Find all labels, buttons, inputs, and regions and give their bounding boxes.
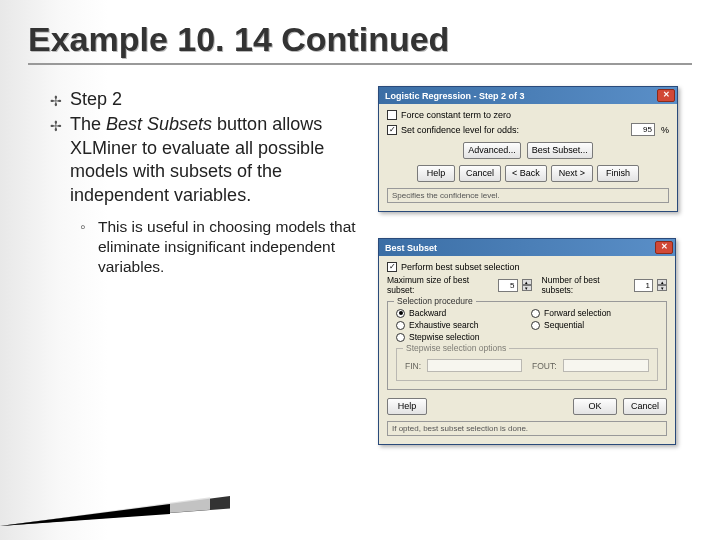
best-subset-button[interactable]: Best Subset... (527, 142, 593, 159)
spinner-icon[interactable]: ▴▾ (657, 279, 667, 291)
radio-icon[interactable] (396, 333, 405, 342)
num-best-label: Number of best subsets: (542, 275, 630, 295)
bullet-1-text: Step 2 (70, 88, 122, 111)
bullet-2-text: The Best Subsets button allows XLMiner t… (70, 113, 360, 207)
radio-icon[interactable] (396, 309, 405, 318)
dialog-title: Logistic Regression - Step 2 of 3 (385, 91, 525, 101)
help-button[interactable]: Help (387, 398, 427, 415)
cancel-button[interactable]: Cancel (459, 165, 501, 182)
button-row-options: Advanced... Best Subset... (387, 142, 669, 159)
sub-bullet-mark-icon: ◦ (80, 217, 98, 277)
radio-sequential[interactable]: Sequential (531, 320, 658, 330)
help-button[interactable]: Help (417, 165, 455, 182)
percent-label: % (661, 125, 669, 135)
radio-label: Stepwise selection (409, 332, 479, 342)
slide-title: Example 10. 14 Continued (0, 0, 720, 59)
dialog-body: Perform best subset selection Maximum si… (379, 256, 675, 444)
finish-button[interactable]: Finish (597, 165, 639, 182)
radio-label: Forward selection (544, 308, 611, 318)
next-button[interactable]: Next > (551, 165, 593, 182)
dialog-best-subset: Best Subset ✕ Perform best subset select… (378, 238, 676, 445)
stepwise-options-group: Stepwise selection options FIN: FOUT: (396, 348, 658, 381)
dialog-title: Best Subset (385, 243, 437, 253)
dialog-body: Force constant term to zero Set confiden… (379, 104, 677, 211)
fout-input[interactable] (563, 359, 649, 372)
text-fragment: The (70, 114, 106, 134)
subset-size-row: Maximum size of best subset: 5 ▴▾ Number… (387, 275, 667, 295)
checkbox-confidence-level[interactable]: Set confidence level for odds: 95 % (387, 123, 669, 136)
selection-procedure-group: Selection procedure Backward Forward sel… (387, 301, 667, 390)
bullet-2: ✢ The Best Subsets button allows XLMiner… (50, 113, 360, 207)
dialog-titlebar[interactable]: Best Subset ✕ (379, 239, 675, 256)
radio-label: Exhaustive search (409, 320, 478, 330)
radio-label: Backward (409, 308, 446, 318)
sub-bullet-1: ◦ This is useful in choosing models that… (80, 217, 360, 277)
cancel-button[interactable]: Cancel (623, 398, 667, 415)
back-button[interactable]: < Back (505, 165, 547, 182)
fin-label: FIN: (405, 361, 421, 371)
spinner-icon[interactable]: ▴▾ (522, 279, 532, 291)
fout-label: FOUT: (532, 361, 557, 371)
group-legend: Selection procedure (394, 296, 476, 306)
radio-forward[interactable]: Forward selection (531, 308, 658, 318)
sub-bullet-1-text: This is useful in choosing models that e… (98, 217, 360, 277)
button-row-nav: Help Cancel < Back Next > Finish (387, 165, 669, 182)
radio-stepwise[interactable]: Stepwise selection (396, 332, 523, 342)
radio-icon[interactable] (396, 321, 405, 330)
advanced-button[interactable]: Advanced... (463, 142, 521, 159)
num-best-input[interactable]: 1 (634, 279, 653, 292)
dialog-logistic-regression: Logistic Regression - Step 2 of 3 ✕ Forc… (378, 86, 678, 212)
radio-backward[interactable]: Backward (396, 308, 523, 318)
radio-exhaustive[interactable]: Exhaustive search (396, 320, 523, 330)
checkbox-label: Force constant term to zero (401, 110, 511, 120)
close-icon[interactable]: ✕ (655, 241, 673, 254)
checkbox-label: Perform best subset selection (401, 262, 520, 272)
fin-input[interactable] (427, 359, 522, 372)
bullet-mark-icon: ✢ (50, 113, 70, 207)
checkbox-perform-best-subset[interactable]: Perform best subset selection (387, 262, 667, 272)
checkbox-force-constant[interactable]: Force constant term to zero (387, 110, 669, 120)
radio-label: Sequential (544, 320, 584, 330)
checkbox-label: Set confidence level for odds: (401, 125, 519, 135)
slide: Example 10. 14 Continued ✢ Step 2 ✢ The … (0, 0, 720, 540)
decorative-wedge (0, 456, 230, 526)
radio-icon[interactable] (531, 309, 540, 318)
confidence-input[interactable]: 95 (631, 123, 655, 136)
max-size-label: Maximum size of best subset: (387, 275, 494, 295)
checkbox-icon[interactable] (387, 125, 397, 135)
max-size-input[interactable]: 5 (498, 279, 517, 292)
checkbox-icon[interactable] (387, 262, 397, 272)
slide-body: ✢ Step 2 ✢ The Best Subsets button allow… (50, 88, 360, 277)
group-legend: Stepwise selection options (403, 343, 509, 353)
status-text: If opted, best subset selection is done. (387, 421, 667, 436)
text-emphasis: Best Subsets (106, 114, 212, 134)
radio-icon[interactable] (531, 321, 540, 330)
checkbox-icon[interactable] (387, 110, 397, 120)
title-underline (28, 63, 692, 65)
dialog-button-row: Help OK Cancel (387, 398, 667, 415)
status-text: Specifies the confidence level. (387, 188, 669, 203)
dialog-titlebar[interactable]: Logistic Regression - Step 2 of 3 ✕ (379, 87, 677, 104)
bullet-1: ✢ Step 2 (50, 88, 360, 111)
ok-button[interactable]: OK (573, 398, 617, 415)
bullet-mark-icon: ✢ (50, 88, 70, 111)
close-icon[interactable]: ✕ (657, 89, 675, 102)
